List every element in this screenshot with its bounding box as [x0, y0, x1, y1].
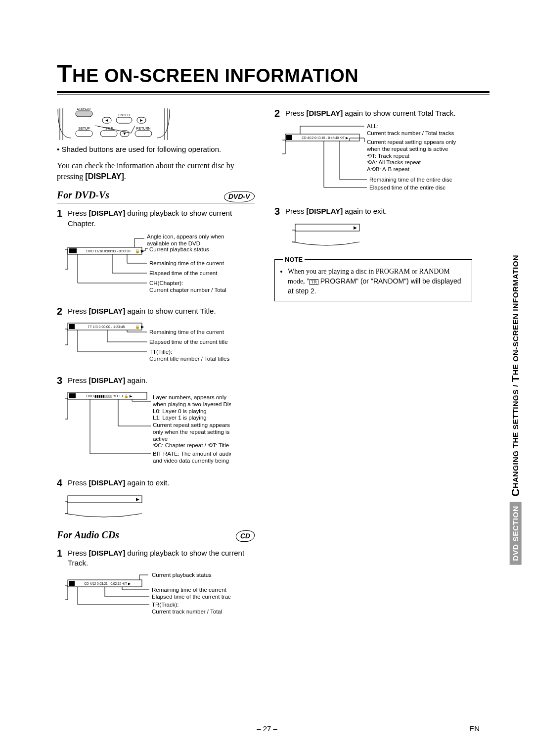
- dvd-step-2: 2 Press [DISPLAY] again to show current …: [57, 306, 255, 316]
- note-box: NOTE When you are playing a disc in PROG…: [274, 259, 472, 301]
- svg-text:CD  4/12  0:03:21 - 0:02:15  ⟲: CD 4/12 0:03:21 - 0:02:15 ⟲T ▶: [84, 582, 131, 585]
- svg-line-17: [131, 126, 135, 133]
- page-number: – 27 –: [257, 724, 277, 733]
- svg-text:CD  4/12  0:13:45 - 0:45:40  ⟲: CD 4/12 0:13:45 - 0:45:40 ⟲T ▶: [302, 136, 348, 140]
- remote-diagram: ◄ ► ▼ DISPLAY ENTER SETUP TITLE RETURN: [57, 108, 171, 141]
- title-cap: T: [57, 60, 72, 88]
- svg-text:DVD  ▮▮▮▮▮▯▯▯▯   ⟲T  L1  🔒 ▶: DVD ▮▮▮▮▮▯▯▯▯ ⟲T L1 🔒 ▶: [87, 394, 133, 398]
- cd-exit-diagram: ▶: [280, 221, 472, 249]
- dvd-diagram-1: DVD 11/16 0:00:00 - 0:03:30 🔒 ▶ Angle ic…: [63, 234, 255, 300]
- section-dvd-header: For DVD-Vs DVD-V: [57, 189, 255, 203]
- svg-text:ENTER: ENTER: [118, 113, 130, 117]
- svg-text:▶: ▶: [354, 225, 357, 230]
- cd-diagram-1: CD 4/12 0:03:21 - 0:02:15 ⟲T ▶ Current p…: [63, 573, 255, 625]
- intro-bullet: • Shaded buttons are used for following …: [57, 144, 255, 154]
- svg-rect-37: [295, 224, 359, 231]
- manual-page: THE ON-SCREEN INFORMATION ◄: [0, 0, 534, 661]
- svg-rect-0: [76, 111, 92, 117]
- page-title: THE ON-SCREEN INFORMATION: [57, 59, 490, 88]
- svg-rect-3: [116, 117, 132, 123]
- note-item: When you are playing a disc in PROGRAM o…: [288, 267, 466, 296]
- side-tab-box: DVD SECTION: [510, 502, 522, 565]
- svg-rect-6: [76, 131, 92, 137]
- svg-text:DISPLAY: DISPLAY: [77, 108, 91, 110]
- cd-badge-icon: CD: [235, 530, 256, 542]
- dvd-exit-diagram: ▶: [63, 493, 255, 521]
- section-cd-label: For Audio CDs: [57, 528, 119, 542]
- note-label: NOTE: [283, 255, 305, 264]
- svg-rect-23: [69, 324, 75, 329]
- left-column: ◄ ► ▼ DISPLAY ENTER SETUP TITLE RETURN: [57, 108, 255, 631]
- rule-heavy: [57, 91, 490, 93]
- svg-text:DVD  11/16  0:00:00 - 0:03:30: DVD 11/16 0:00:00 - 0:03:30: [86, 249, 130, 253]
- svg-text:TT  1/3   0:00:00 - 1:23:45: TT 1/3 0:00:00 - 1:23:45: [88, 325, 125, 329]
- svg-text:SETUP: SETUP: [78, 127, 90, 130]
- dvd-badge-icon: DVD-V: [223, 191, 256, 202]
- dvd-step-3: 3 Press [DISPLAY] again.: [57, 376, 255, 385]
- cd-step-3: 3 Press [DISPLAY] again to exit.: [274, 206, 472, 216]
- svg-rect-10: [135, 131, 152, 137]
- rule-thin: [57, 94, 490, 94]
- svg-rect-29: [68, 496, 142, 503]
- svg-rect-27: [69, 393, 76, 398]
- svg-text:🔒 ▶: 🔒 ▶: [135, 324, 144, 329]
- title-rest: HE ON-SCREEN INFORMATION: [72, 65, 358, 86]
- section-cd-header: For Audio CDs CD: [57, 528, 255, 543]
- svg-rect-32: [69, 581, 75, 586]
- svg-text:RETURN: RETURN: [136, 127, 150, 130]
- intro-paragraph: You can check the information about the …: [57, 160, 255, 182]
- cd-diagram-2: CD 4/12 0:13:45 - 0:45:40 ⟲T ▶ ALL: Curr…: [280, 123, 472, 200]
- svg-text:▶: ▶: [136, 497, 139, 502]
- right-column: 2 Press [DISPLAY] again to show current …: [274, 108, 472, 631]
- svg-text:►: ►: [139, 118, 144, 123]
- section-dvd-label: For DVD-Vs: [57, 189, 109, 202]
- dvd-step-4: 4 Press [DISPLAY] again to exit.: [57, 478, 255, 488]
- svg-rect-7: [100, 131, 117, 137]
- dvd-step-1: 1 Press [DISPLAY] during playback to sho…: [57, 208, 255, 229]
- dvd-diagram-3: DVD ▮▮▮▮▮▯▯▯▯ ⟲T L1 🔒 ▶ Layer numbers, a…: [63, 390, 255, 472]
- side-tab: DVD SECTION CHANGING THE SETTINGS / THE …: [509, 255, 522, 565]
- dvd-diagram-2: TT 1/3 0:00:00 - 1:23:45 🔒 ▶ Remaining t…: [63, 321, 255, 369]
- svg-rect-35: [286, 135, 292, 140]
- svg-text:◄: ◄: [105, 118, 109, 123]
- lang-code: EN: [469, 724, 480, 733]
- cd-step-2: 2 Press [DISPLAY] again to show current …: [274, 108, 472, 118]
- svg-rect-19: [69, 248, 77, 253]
- cd-step-1: 1 Press [DISPLAY] during playback to sho…: [57, 548, 255, 568]
